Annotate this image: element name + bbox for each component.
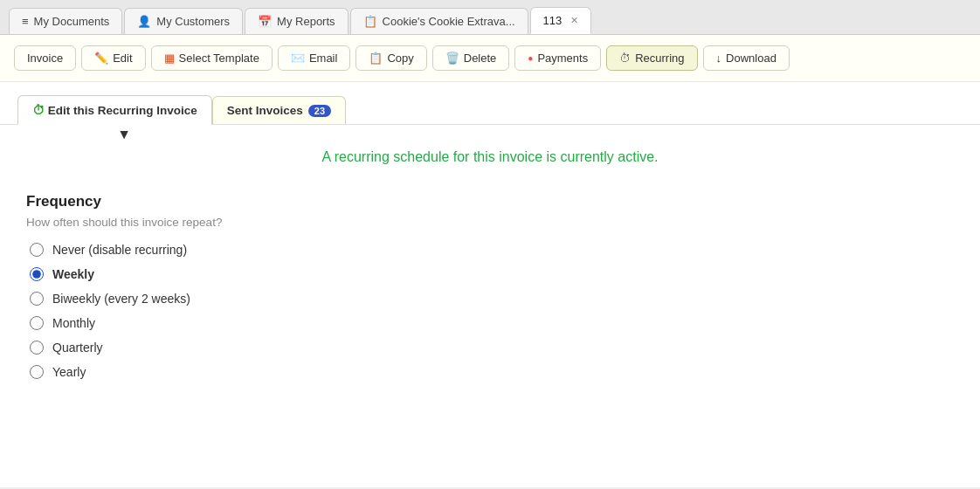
radio-never[interactable]: [30, 243, 44, 257]
option-never-label: Never (disable recurring): [52, 243, 187, 257]
frequency-radio-group: Never (disable recurring) Weekly Biweekl…: [30, 243, 954, 379]
tab-my-reports-label: My Reports: [277, 15, 335, 28]
radio-yearly[interactable]: [30, 365, 44, 379]
option-never[interactable]: Never (disable recurring): [30, 243, 954, 257]
payments-label: Payments: [537, 52, 588, 65]
option-biweekly[interactable]: Biweekly (every 2 weeks): [30, 292, 954, 306]
tab-my-documents-label: My Documents: [34, 15, 110, 28]
cursor-arrow-icon: ▲: [118, 127, 132, 143]
tab-my-reports[interactable]: 📅 My Reports: [245, 8, 348, 34]
tab-113-label: 113: [543, 14, 562, 27]
toolbar: Invoice ✏️ Edit ▦ Select Template ✉️ Ema…: [0, 35, 980, 82]
email-button[interactable]: ✉️ Email: [278, 45, 351, 71]
frequency-subtitle: How often should this invoice repeat?: [26, 216, 954, 229]
delete-label: Delete: [464, 52, 497, 65]
download-icon: ↓: [716, 52, 722, 65]
tab-my-customers[interactable]: 👤 My Customers: [124, 8, 243, 34]
radio-quarterly[interactable]: [30, 341, 44, 355]
sent-invoices-badge: 23: [308, 105, 331, 117]
option-quarterly-label: Quarterly: [52, 341, 103, 355]
invoice-button[interactable]: Invoice: [14, 45, 76, 71]
tab-bar: ≡ My Documents 👤 My Customers 📅 My Repor…: [0, 0, 980, 35]
tab-113[interactable]: 113 ✕: [530, 7, 592, 34]
email-icon: ✉️: [291, 52, 305, 65]
cookie-icon: 📋: [363, 15, 377, 28]
sub-tabs: ⏱ Edit this Recurring Invoice ▲ Sent Inv…: [0, 82, 980, 125]
copy-icon: 📋: [369, 52, 383, 65]
download-button[interactable]: ↓ Download: [703, 45, 790, 71]
frequency-title: Frequency: [26, 193, 954, 210]
option-weekly[interactable]: Weekly: [30, 267, 954, 281]
tab-my-documents[interactable]: ≡ My Documents: [9, 8, 122, 34]
payments-button[interactable]: ● Payments: [514, 45, 601, 71]
tab-close-icon[interactable]: ✕: [570, 15, 578, 26]
radio-monthly[interactable]: [30, 316, 44, 330]
frequency-section: Frequency How often should this invoice …: [26, 193, 954, 379]
template-icon: ▦: [164, 52, 175, 65]
main-content: Invoice ✏️ Edit ▦ Select Template ✉️ Ema…: [0, 35, 980, 487]
invoice-label: Invoice: [27, 52, 63, 65]
edit-recurring-label: Edit this Recurring Invoice: [48, 104, 197, 117]
edit-label: Edit: [113, 52, 132, 65]
select-template-button[interactable]: ▦ Select Template: [151, 45, 273, 71]
documents-icon: ≡: [22, 15, 29, 28]
recurring-sub-icon: ⏱: [32, 103, 45, 117]
delete-button[interactable]: 🗑️ Delete: [432, 45, 510, 71]
tab-cookie-extrava[interactable]: 📋 Cookie's Cookie Extrava...: [350, 8, 528, 34]
sent-invoices-label: Sent Invoices: [227, 104, 303, 117]
reports-icon: 📅: [258, 15, 272, 28]
option-quarterly[interactable]: Quarterly: [30, 341, 954, 355]
option-yearly[interactable]: Yearly: [30, 365, 954, 379]
customers-icon: 👤: [137, 15, 151, 28]
select-template-label: Select Template: [179, 52, 259, 65]
payments-dot-icon: ●: [528, 53, 533, 63]
option-weekly-label: Weekly: [52, 267, 94, 281]
radio-biweekly[interactable]: [30, 292, 44, 306]
option-monthly-label: Monthly: [52, 316, 95, 330]
option-yearly-label: Yearly: [52, 365, 86, 379]
radio-weekly[interactable]: [30, 267, 44, 281]
recurring-button[interactable]: ⏱ Recurring: [606, 45, 697, 71]
download-label: Download: [726, 52, 776, 65]
delete-icon: 🗑️: [445, 52, 459, 65]
edit-button[interactable]: ✏️ Edit: [81, 45, 145, 71]
tab-my-customers-label: My Customers: [156, 15, 230, 28]
sub-tab-sent-invoices[interactable]: Sent Invoices 23: [212, 96, 346, 124]
active-notice: A recurring schedule for this invoice is…: [26, 142, 954, 172]
edit-icon: ✏️: [94, 52, 108, 65]
option-monthly[interactable]: Monthly: [30, 316, 954, 330]
copy-label: Copy: [387, 52, 413, 65]
tab-cookie-label: Cookie's Cookie Extrava...: [383, 15, 515, 28]
option-biweekly-label: Biweekly (every 2 weeks): [52, 292, 190, 306]
email-label: Email: [309, 52, 338, 65]
copy-button[interactable]: 📋 Copy: [355, 45, 426, 71]
recurring-clock-icon: ⏱: [619, 52, 631, 65]
sub-tab-edit-recurring[interactable]: ⏱ Edit this Recurring Invoice ▲: [17, 95, 212, 125]
body-content: A recurring schedule for this invoice is…: [0, 125, 980, 396]
recurring-label: Recurring: [635, 52, 684, 65]
